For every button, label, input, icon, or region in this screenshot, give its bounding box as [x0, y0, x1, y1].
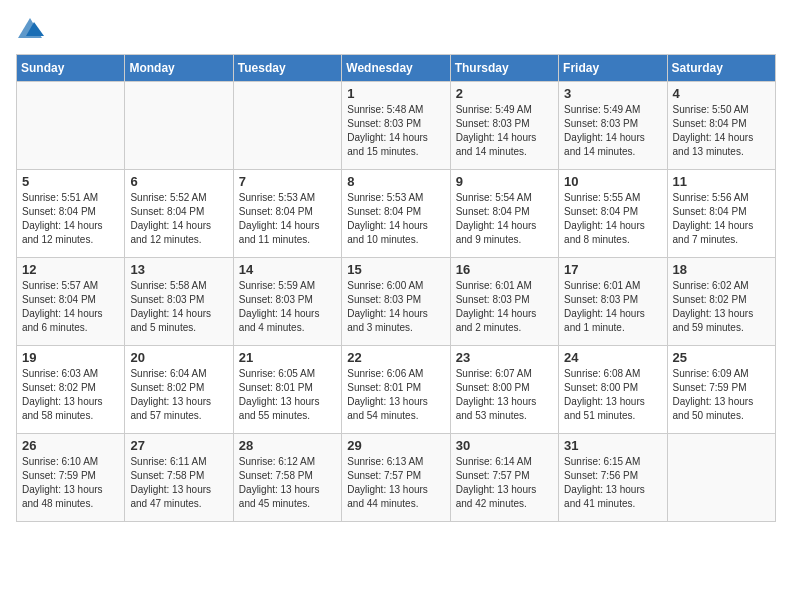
- page-header: [16, 16, 776, 44]
- day-number: 25: [673, 350, 770, 365]
- cell-info: Sunrise: 5:49 AM Sunset: 8:03 PM Dayligh…: [456, 103, 553, 159]
- cell-info: Sunrise: 6:06 AM Sunset: 8:01 PM Dayligh…: [347, 367, 444, 423]
- cell-info: Sunrise: 6:02 AM Sunset: 8:02 PM Dayligh…: [673, 279, 770, 335]
- week-row: 5Sunrise: 5:51 AM Sunset: 8:04 PM Daylig…: [17, 170, 776, 258]
- calendar-cell: 11Sunrise: 5:56 AM Sunset: 8:04 PM Dayli…: [667, 170, 775, 258]
- calendar-cell: 20Sunrise: 6:04 AM Sunset: 8:02 PM Dayli…: [125, 346, 233, 434]
- calendar-cell: 25Sunrise: 6:09 AM Sunset: 7:59 PM Dayli…: [667, 346, 775, 434]
- cell-info: Sunrise: 5:53 AM Sunset: 8:04 PM Dayligh…: [347, 191, 444, 247]
- header-row: SundayMondayTuesdayWednesdayThursdayFrid…: [17, 55, 776, 82]
- cell-info: Sunrise: 6:08 AM Sunset: 8:00 PM Dayligh…: [564, 367, 661, 423]
- day-number: 23: [456, 350, 553, 365]
- cell-info: Sunrise: 5:58 AM Sunset: 8:03 PM Dayligh…: [130, 279, 227, 335]
- calendar-cell: 21Sunrise: 6:05 AM Sunset: 8:01 PM Dayli…: [233, 346, 341, 434]
- cell-info: Sunrise: 6:07 AM Sunset: 8:00 PM Dayligh…: [456, 367, 553, 423]
- day-number: 20: [130, 350, 227, 365]
- cell-info: Sunrise: 5:54 AM Sunset: 8:04 PM Dayligh…: [456, 191, 553, 247]
- cell-info: Sunrise: 6:03 AM Sunset: 8:02 PM Dayligh…: [22, 367, 119, 423]
- column-header-sunday: Sunday: [17, 55, 125, 82]
- column-header-wednesday: Wednesday: [342, 55, 450, 82]
- calendar-cell: 4Sunrise: 5:50 AM Sunset: 8:04 PM Daylig…: [667, 82, 775, 170]
- calendar-cell: 8Sunrise: 5:53 AM Sunset: 8:04 PM Daylig…: [342, 170, 450, 258]
- column-header-saturday: Saturday: [667, 55, 775, 82]
- day-number: 6: [130, 174, 227, 189]
- calendar-cell: 15Sunrise: 6:00 AM Sunset: 8:03 PM Dayli…: [342, 258, 450, 346]
- cell-info: Sunrise: 6:12 AM Sunset: 7:58 PM Dayligh…: [239, 455, 336, 511]
- calendar-cell: 18Sunrise: 6:02 AM Sunset: 8:02 PM Dayli…: [667, 258, 775, 346]
- day-number: 21: [239, 350, 336, 365]
- cell-info: Sunrise: 6:01 AM Sunset: 8:03 PM Dayligh…: [564, 279, 661, 335]
- day-number: 18: [673, 262, 770, 277]
- day-number: 24: [564, 350, 661, 365]
- day-number: 22: [347, 350, 444, 365]
- day-number: 30: [456, 438, 553, 453]
- calendar-cell: 13Sunrise: 5:58 AM Sunset: 8:03 PM Dayli…: [125, 258, 233, 346]
- day-number: 9: [456, 174, 553, 189]
- day-number: 12: [22, 262, 119, 277]
- day-number: 3: [564, 86, 661, 101]
- day-number: 5: [22, 174, 119, 189]
- calendar-cell: 26Sunrise: 6:10 AM Sunset: 7:59 PM Dayli…: [17, 434, 125, 522]
- column-header-thursday: Thursday: [450, 55, 558, 82]
- day-number: 31: [564, 438, 661, 453]
- day-number: 29: [347, 438, 444, 453]
- day-number: 16: [456, 262, 553, 277]
- cell-info: Sunrise: 6:15 AM Sunset: 7:56 PM Dayligh…: [564, 455, 661, 511]
- cell-info: Sunrise: 6:05 AM Sunset: 8:01 PM Dayligh…: [239, 367, 336, 423]
- day-number: 8: [347, 174, 444, 189]
- column-header-friday: Friday: [559, 55, 667, 82]
- calendar-cell: 7Sunrise: 5:53 AM Sunset: 8:04 PM Daylig…: [233, 170, 341, 258]
- day-number: 11: [673, 174, 770, 189]
- calendar-cell: 30Sunrise: 6:14 AM Sunset: 7:57 PM Dayli…: [450, 434, 558, 522]
- calendar-cell: 24Sunrise: 6:08 AM Sunset: 8:00 PM Dayli…: [559, 346, 667, 434]
- week-row: 12Sunrise: 5:57 AM Sunset: 8:04 PM Dayli…: [17, 258, 776, 346]
- day-number: 2: [456, 86, 553, 101]
- calendar-cell: 28Sunrise: 6:12 AM Sunset: 7:58 PM Dayli…: [233, 434, 341, 522]
- cell-info: Sunrise: 5:57 AM Sunset: 8:04 PM Dayligh…: [22, 279, 119, 335]
- cell-info: Sunrise: 6:11 AM Sunset: 7:58 PM Dayligh…: [130, 455, 227, 511]
- calendar-cell: 22Sunrise: 6:06 AM Sunset: 8:01 PM Dayli…: [342, 346, 450, 434]
- calendar-table: SundayMondayTuesdayWednesdayThursdayFrid…: [16, 54, 776, 522]
- calendar-cell: 9Sunrise: 5:54 AM Sunset: 8:04 PM Daylig…: [450, 170, 558, 258]
- calendar-cell: 2Sunrise: 5:49 AM Sunset: 8:03 PM Daylig…: [450, 82, 558, 170]
- calendar-cell: 3Sunrise: 5:49 AM Sunset: 8:03 PM Daylig…: [559, 82, 667, 170]
- logo-icon: [16, 16, 44, 44]
- day-number: 15: [347, 262, 444, 277]
- cell-info: Sunrise: 5:56 AM Sunset: 8:04 PM Dayligh…: [673, 191, 770, 247]
- calendar-cell: 6Sunrise: 5:52 AM Sunset: 8:04 PM Daylig…: [125, 170, 233, 258]
- day-number: 10: [564, 174, 661, 189]
- calendar-cell: 10Sunrise: 5:55 AM Sunset: 8:04 PM Dayli…: [559, 170, 667, 258]
- cell-info: Sunrise: 6:01 AM Sunset: 8:03 PM Dayligh…: [456, 279, 553, 335]
- calendar-cell: 19Sunrise: 6:03 AM Sunset: 8:02 PM Dayli…: [17, 346, 125, 434]
- cell-info: Sunrise: 6:14 AM Sunset: 7:57 PM Dayligh…: [456, 455, 553, 511]
- cell-info: Sunrise: 5:49 AM Sunset: 8:03 PM Dayligh…: [564, 103, 661, 159]
- day-number: 19: [22, 350, 119, 365]
- cell-info: Sunrise: 6:00 AM Sunset: 8:03 PM Dayligh…: [347, 279, 444, 335]
- logo: [16, 16, 48, 44]
- week-row: 26Sunrise: 6:10 AM Sunset: 7:59 PM Dayli…: [17, 434, 776, 522]
- day-number: 4: [673, 86, 770, 101]
- week-row: 19Sunrise: 6:03 AM Sunset: 8:02 PM Dayli…: [17, 346, 776, 434]
- day-number: 1: [347, 86, 444, 101]
- cell-info: Sunrise: 5:51 AM Sunset: 8:04 PM Dayligh…: [22, 191, 119, 247]
- calendar-cell: 5Sunrise: 5:51 AM Sunset: 8:04 PM Daylig…: [17, 170, 125, 258]
- calendar-cell: 23Sunrise: 6:07 AM Sunset: 8:00 PM Dayli…: [450, 346, 558, 434]
- cell-info: Sunrise: 5:55 AM Sunset: 8:04 PM Dayligh…: [564, 191, 661, 247]
- day-number: 28: [239, 438, 336, 453]
- cell-info: Sunrise: 6:13 AM Sunset: 7:57 PM Dayligh…: [347, 455, 444, 511]
- calendar-cell: 16Sunrise: 6:01 AM Sunset: 8:03 PM Dayli…: [450, 258, 558, 346]
- day-number: 17: [564, 262, 661, 277]
- calendar-cell: [125, 82, 233, 170]
- day-number: 27: [130, 438, 227, 453]
- calendar-cell: 29Sunrise: 6:13 AM Sunset: 7:57 PM Dayli…: [342, 434, 450, 522]
- calendar-cell: 1Sunrise: 5:48 AM Sunset: 8:03 PM Daylig…: [342, 82, 450, 170]
- calendar-cell: 12Sunrise: 5:57 AM Sunset: 8:04 PM Dayli…: [17, 258, 125, 346]
- cell-info: Sunrise: 6:09 AM Sunset: 7:59 PM Dayligh…: [673, 367, 770, 423]
- day-number: 7: [239, 174, 336, 189]
- cell-info: Sunrise: 5:53 AM Sunset: 8:04 PM Dayligh…: [239, 191, 336, 247]
- day-number: 14: [239, 262, 336, 277]
- column-header-monday: Monday: [125, 55, 233, 82]
- cell-info: Sunrise: 5:50 AM Sunset: 8:04 PM Dayligh…: [673, 103, 770, 159]
- calendar-cell: 14Sunrise: 5:59 AM Sunset: 8:03 PM Dayli…: [233, 258, 341, 346]
- calendar-cell: 27Sunrise: 6:11 AM Sunset: 7:58 PM Dayli…: [125, 434, 233, 522]
